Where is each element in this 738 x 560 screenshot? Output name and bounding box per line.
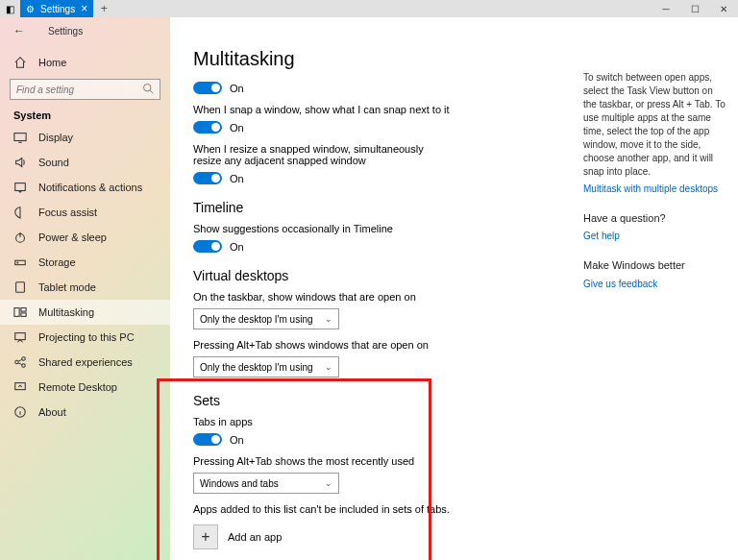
sidebar-item-power[interactable]: Power & sleep	[0, 225, 170, 250]
svg-point-13	[22, 364, 26, 368]
sets-note: Apps added to this list can't be include…	[193, 503, 556, 515]
sidebar-item-label: Shared experiences	[38, 356, 133, 368]
search-icon	[142, 83, 154, 96]
toggle-state: On	[230, 173, 244, 184]
svg-point-12	[22, 357, 26, 361]
help-link-gethelp[interactable]: Get help	[583, 230, 728, 243]
sets-heading: Sets	[193, 393, 556, 408]
back-button[interactable]: ←	[13, 24, 25, 37]
add-app-label: Add an app	[228, 531, 282, 543]
svg-point-11	[15, 360, 19, 364]
timeline-heading: Timeline	[193, 200, 556, 215]
svg-rect-8	[21, 308, 26, 312]
search-box[interactable]	[10, 79, 160, 100]
select-value: Windows and tabs	[200, 478, 279, 489]
plus-icon: +	[201, 528, 209, 546]
select-value: Only the desktop I'm using	[200, 362, 313, 373]
sidebar-item-label: Projecting to this PC	[38, 331, 135, 343]
sidebar-item-remote[interactable]: Remote Desktop	[0, 375, 170, 400]
help-pane: To switch between open apps, select the …	[579, 17, 738, 560]
snap-resize-toggle[interactable]	[193, 172, 222, 184]
power-icon	[13, 231, 27, 244]
sidebar-item-projecting[interactable]: Projecting to this PC	[0, 325, 170, 350]
maximize-button[interactable]: ☐	[680, 0, 709, 17]
feedback-heading: Make Windows better	[583, 258, 728, 273]
sidebar-item-label: About	[38, 406, 66, 418]
sidebar-item-label: Power & sleep	[38, 231, 107, 243]
vd-taskbar-label: On the taskbar, show windows that are op…	[193, 291, 453, 303]
snap-next-label: When I snap a window, show what I can sn…	[193, 104, 453, 115]
help-text: To switch between open apps, select the …	[583, 71, 728, 179]
toggle-state: On	[230, 122, 244, 134]
sound-icon	[13, 156, 27, 169]
sidebar-item-storage[interactable]: Storage	[0, 250, 170, 275]
sidebar-item-focus[interactable]: Focus assist	[0, 200, 170, 225]
chevron-down-icon: ⌄	[325, 314, 332, 324]
svg-rect-4	[15, 260, 26, 264]
page-title: Multitasking	[193, 48, 556, 70]
storage-icon	[13, 256, 27, 269]
sets-tabs-label: Tabs in apps	[193, 416, 453, 427]
sidebar-item-label: Storage	[38, 256, 76, 268]
titlebar: ◧ ⚙ Settings × + ─ ☐ ✕	[0, 0, 738, 17]
vd-taskbar-select[interactable]: Only the desktop I'm using⌄	[193, 308, 339, 329]
sidebar: ← Settings Home System Display Sound Not…	[0, 17, 170, 560]
toggle-state: On	[230, 434, 244, 446]
vd-alttab-select[interactable]: Only the desktop I'm using⌄	[193, 356, 339, 377]
sidebar-group-system: System	[0, 108, 170, 125]
sidebar-item-display[interactable]: Display	[0, 125, 170, 150]
tab-label: Settings	[40, 4, 75, 14]
sidebar-item-notifications[interactable]: Notifications & actions	[0, 175, 170, 200]
sidebar-item-home[interactable]: Home	[0, 50, 170, 75]
sidebar-item-about[interactable]: About	[0, 400, 170, 425]
sidebar-item-sound[interactable]: Sound	[0, 150, 170, 175]
add-app-button[interactable]: +	[193, 524, 218, 549]
settings-icon: ⚙	[26, 4, 35, 14]
svg-rect-14	[15, 383, 26, 390]
sets-tabs-toggle[interactable]	[193, 433, 222, 446]
svg-rect-2	[15, 183, 26, 191]
help-link-feedback[interactable]: Give us feedback	[583, 278, 728, 291]
tablet-icon	[13, 280, 27, 294]
help-link-multitask[interactable]: Multitask with multiple desktops	[583, 183, 728, 196]
sidebar-item-label: Remote Desktop	[38, 381, 117, 393]
project-icon	[13, 330, 27, 344]
svg-rect-10	[15, 333, 26, 340]
svg-rect-7	[14, 308, 19, 317]
sidebar-item-tablet[interactable]: Tablet mode	[0, 275, 170, 300]
home-icon	[13, 56, 27, 69]
toggle-state: On	[230, 241, 244, 253]
svg-rect-6	[16, 282, 25, 293]
sidebar-item-label: Display	[38, 132, 73, 143]
close-window-button[interactable]: ✕	[709, 0, 738, 17]
sets-alttab-select[interactable]: Windows and tabs⌄	[193, 473, 339, 494]
sidebar-item-label: Tablet mode	[38, 281, 96, 293]
snap-toggle-partial[interactable]	[193, 82, 222, 94]
snap-next-toggle[interactable]	[193, 121, 222, 134]
select-value: Only the desktop I'm using	[200, 314, 313, 325]
sidebar-item-label: Notifications & actions	[38, 182, 142, 193]
settings-panel: Multitasking On When I snap a window, sh…	[170, 17, 579, 560]
svg-point-5	[17, 262, 18, 263]
vd-alttab-label: Pressing Alt+Tab shows windows that are …	[193, 339, 453, 351]
svg-rect-9	[21, 313, 26, 317]
timeline-toggle[interactable]	[193, 240, 222, 253]
multitask-icon	[13, 305, 27, 319]
snap-resize-label: When I resize a snapped window, simultan…	[193, 143, 453, 166]
tab-settings[interactable]: ⚙ Settings ×	[20, 0, 93, 17]
chevron-down-icon: ⌄	[325, 478, 332, 488]
new-tab-button[interactable]: +	[93, 0, 114, 17]
tab-prev[interactable]: ◧	[0, 0, 20, 17]
about-icon	[13, 405, 27, 419]
sidebar-item-label: Sound	[38, 157, 69, 168]
remote-icon	[13, 380, 27, 394]
sets-alttab-label: Pressing Alt+Tab shows the most recently…	[193, 455, 453, 467]
close-tab-icon[interactable]: ×	[81, 3, 87, 14]
toggle-state: On	[230, 83, 244, 94]
sidebar-item-shared[interactable]: Shared experiences	[0, 350, 170, 375]
sidebar-item-multitasking[interactable]: Multitasking	[0, 300, 170, 325]
minimize-button[interactable]: ─	[652, 0, 680, 17]
svg-rect-1	[14, 134, 26, 141]
search-input[interactable]	[16, 85, 142, 95]
sidebar-item-label: Home	[38, 57, 66, 68]
